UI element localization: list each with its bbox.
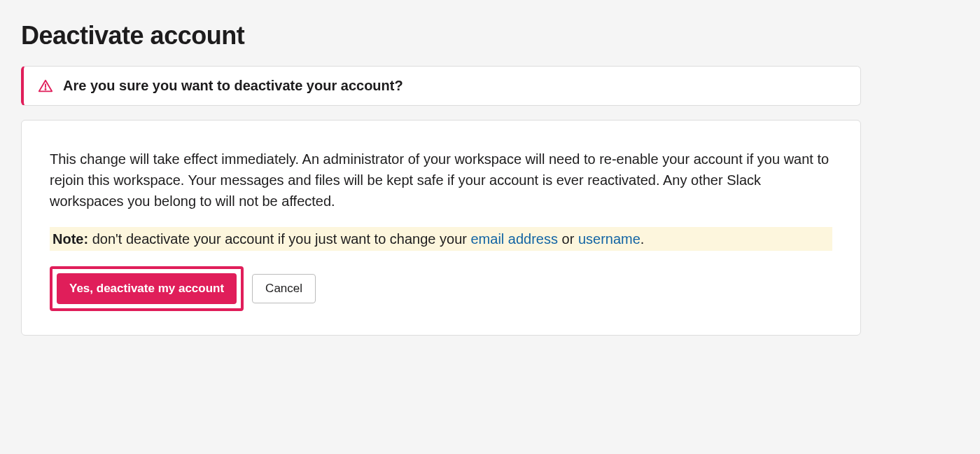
note-text-middle: or [558, 231, 578, 247]
note-label: Note: [52, 231, 88, 247]
button-row: Yes, deactivate my account Cancel [50, 266, 832, 311]
deactivate-description: This change will take effect immediately… [50, 149, 832, 212]
confirmation-banner: Are you sure you want to deactivate your… [21, 66, 861, 106]
confirm-deactivate-button[interactable]: Yes, deactivate my account [57, 273, 237, 304]
username-link[interactable]: username [578, 231, 640, 247]
cancel-button[interactable]: Cancel [252, 274, 316, 303]
page-title: Deactivate account [21, 21, 861, 50]
note-block: Note: don't deactivate your account if y… [50, 227, 832, 251]
svg-point-1 [45, 89, 46, 90]
email-address-link[interactable]: email address [470, 231, 558, 247]
note-text-prefix: don't deactivate your account if you jus… [88, 231, 470, 247]
note-text-suffix: . [640, 231, 645, 247]
highlight-frame: Yes, deactivate my account [50, 266, 244, 311]
content-card: This change will take effect immediately… [21, 120, 861, 336]
warning-icon [38, 78, 53, 94]
confirmation-banner-text: Are you sure you want to deactivate your… [63, 78, 403, 94]
